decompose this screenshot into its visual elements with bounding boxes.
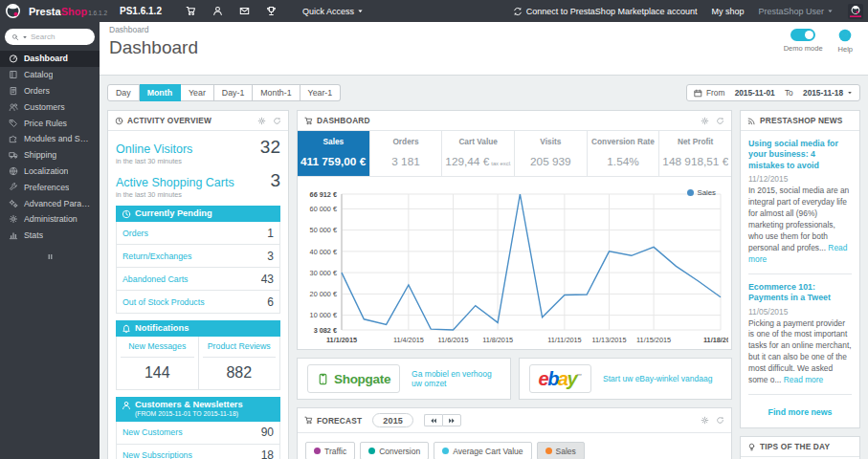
kpi-visits[interactable]: Visits 205 939 <box>515 131 588 176</box>
kpi-sales[interactable]: Sales 411 759,00 €tax excl. <box>298 131 370 176</box>
chart-legend[interactable]: Sales <box>687 188 716 197</box>
user-avatar[interactable] <box>848 4 863 19</box>
forecast-settings-icon[interactable] <box>701 416 709 425</box>
activity-settings-icon[interactable] <box>257 117 266 125</box>
pending-row-return-exchanges[interactable]: Return/Exchanges 3 <box>117 245 279 268</box>
range-button-month-1[interactable]: Month-1 <box>253 84 300 101</box>
search-input[interactable] <box>31 33 88 41</box>
dashboard-refresh-icon[interactable] <box>716 117 724 125</box>
pending-row-orders[interactable]: Orders 1 <box>117 222 279 245</box>
customers-row-new-subscriptions[interactable]: New Subscriptions 18 <box>117 445 279 459</box>
news-article-title[interactable]: Using social media for your business: 4 … <box>748 139 852 171</box>
forecast-refresh-icon[interactable] <box>716 416 724 425</box>
rss-icon <box>747 117 756 125</box>
forecast-toggle-sales[interactable]: Sales <box>537 442 585 459</box>
date-range-toolbar: DayMonthYearDay-1Month-1Year-1 From 2015… <box>107 84 860 101</box>
sidebar-item-administration[interactable]: Administration <box>0 211 100 228</box>
kpi-cart-value[interactable]: Cart Value 129,44 €tax excl. <box>442 131 515 176</box>
kpi-row: Sales 411 759,00 €tax excl. Orders 3 181… <box>298 131 731 177</box>
sidebar-item-orders[interactable]: Orders <box>0 83 100 99</box>
notification-value: 882 <box>203 358 277 389</box>
customers-row-new-customers[interactable]: New Customers 90 <box>117 422 279 445</box>
kpi-conversion-rate[interactable]: Conversion Rate 1.54% <box>588 131 660 176</box>
sidebar-item-catalog[interactable]: Catalog <box>0 67 100 83</box>
read-more-link[interactable]: Read more <box>748 243 847 264</box>
news-article-date: 11/05/2015 <box>748 307 852 317</box>
ebay-link[interactable]: Start uw eBay-winkel vandaag <box>603 374 712 383</box>
ebay-module: ebay™ Start uw eBay-winkel vandaag <box>519 358 733 400</box>
my-shop-link[interactable]: My shop <box>711 7 744 16</box>
news-article-title[interactable]: Ecommerce 101: Payments in a Tweet <box>748 282 852 304</box>
cart-icon[interactable] <box>186 6 196 16</box>
forecast-toggle-conversion[interactable]: Conversion <box>360 442 429 459</box>
row-label: Abandoned Carts <box>122 274 188 284</box>
kpi-value: 411 759,00 €tax excl. <box>300 155 367 168</box>
row-label: New Subscriptions <box>122 450 192 459</box>
range-button-month[interactable]: Month <box>140 84 181 101</box>
pending-row-abandoned-carts[interactable]: Abandoned Carts 43 <box>117 268 279 291</box>
sidebar-item-price-rules[interactable]: Price Rules <box>0 115 100 131</box>
svg-text:30 000 €: 30 000 € <box>310 269 337 277</box>
range-button-year-1[interactable]: Year-1 <box>300 84 342 101</box>
sidebar-item-modules-and-services[interactable]: Modules and Services <box>0 131 100 147</box>
forecast-prev-button[interactable] <box>424 414 442 426</box>
metric-color-dot <box>314 448 321 454</box>
envelope-icon[interactable] <box>239 6 250 16</box>
range-button-day[interactable]: Day <box>107 84 140 101</box>
marketplace-link[interactable]: Connect to PrestaShop Marketplace accoun… <box>513 7 698 16</box>
trophy-icon[interactable] <box>266 6 277 16</box>
prestashop-logo[interactable] <box>6 4 20 18</box>
sidebar-collapse-button[interactable] <box>0 252 100 261</box>
pending-row-out-of-stock-products[interactable]: Out of Stock Products 6 <box>117 291 279 313</box>
sidebar-item-shipping[interactable]: Shipping <box>0 147 100 164</box>
shopgate-logo[interactable]: Shopgate <box>307 364 400 393</box>
breadcrumb[interactable]: Dashboard <box>109 25 857 34</box>
date-range-picker[interactable]: From 2015-11-01 To 2015-11-18 <box>686 84 860 101</box>
online-visitors-metric[interactable]: Online Visitors 32 <box>116 138 280 156</box>
sidebar-item-label: Administration <box>24 214 78 224</box>
range-button-day-1[interactable]: Day-1 <box>214 84 253 101</box>
sidebar-item-stats[interactable]: Stats <box>0 228 100 244</box>
sidebar-item-localization[interactable]: Localization <box>0 164 100 180</box>
shopgate-link[interactable]: Ga mobiel en verhoog uw omzet <box>412 369 500 388</box>
dashboard-settings-icon[interactable] <box>701 117 709 125</box>
sidebar-item-dashboard[interactable]: Dashboard <box>0 51 100 67</box>
sidebar-menu: Dashboard Catalog Orders Customers Price… <box>0 51 100 244</box>
chart-icon <box>9 230 18 240</box>
kpi-net-profit[interactable]: Net Profit 148 918,51 €tax excl. <box>659 131 731 176</box>
row-label: Return/Exchanges <box>122 251 191 261</box>
forecast-toggle-traffic[interactable]: Traffic <box>305 442 355 459</box>
currently-pending-header: Currently Pending <box>116 206 280 222</box>
shopgate-module: Shopgate Ga mobiel en verhoog uw omzet <box>297 358 511 400</box>
help-icon[interactable]: ? <box>838 29 852 42</box>
row-value: 6 <box>267 295 274 309</box>
sidebar-item-advanced-parameters[interactable]: Advanced Parameters <box>0 195 100 211</box>
employee-icon[interactable] <box>212 6 223 16</box>
row-value: 43 <box>261 273 274 286</box>
user-menu[interactable]: PrestaShop User <box>758 7 834 16</box>
svg-text:11/11/2015: 11/11/2015 <box>547 336 581 344</box>
quick-access-menu[interactable]: Quick Access <box>302 7 364 16</box>
active-carts-metric[interactable]: Active Shopping Carts 3 <box>116 171 280 189</box>
activity-refresh-icon[interactable] <box>273 117 281 125</box>
forecast-next-button[interactable] <box>442 414 461 426</box>
demo-mode-toggle[interactable] <box>790 29 815 41</box>
ebay-logo[interactable]: ebay™ <box>529 364 592 393</box>
sidebar-item-preferences[interactable]: Preferences <box>0 179 100 195</box>
notification-new-messages[interactable]: New Messages 144 <box>117 337 198 389</box>
notification-value: 144 <box>121 358 194 389</box>
svg-text:66 912 €: 66 912 € <box>310 190 337 199</box>
forecast-toggle-average-cart-value[interactable]: Average Cart Value <box>434 442 531 459</box>
svg-text:11/15/2015: 11/15/2015 <box>636 336 671 344</box>
find-more-news-link[interactable]: Find more news <box>748 403 852 424</box>
active-carts-subtext: in the last 30 minutes <box>116 190 280 199</box>
search-scope-caret-icon[interactable] <box>22 34 28 40</box>
kpi-orders[interactable]: Orders 3 181 <box>370 131 443 176</box>
read-more-link[interactable]: Read more <box>784 375 823 384</box>
range-button-year[interactable]: Year <box>181 84 214 101</box>
notification-product-reviews[interactable]: Product Reviews 882 <box>198 337 280 389</box>
shop-name-link[interactable]: PS1.6.1.2 <box>120 6 162 16</box>
sidebar-item-label: Advanced Parameters <box>24 199 91 208</box>
sidebar-item-customers[interactable]: Customers <box>0 98 100 115</box>
news-article: Ecommerce 101: Payments in a Tweet 11/05… <box>748 282 852 395</box>
